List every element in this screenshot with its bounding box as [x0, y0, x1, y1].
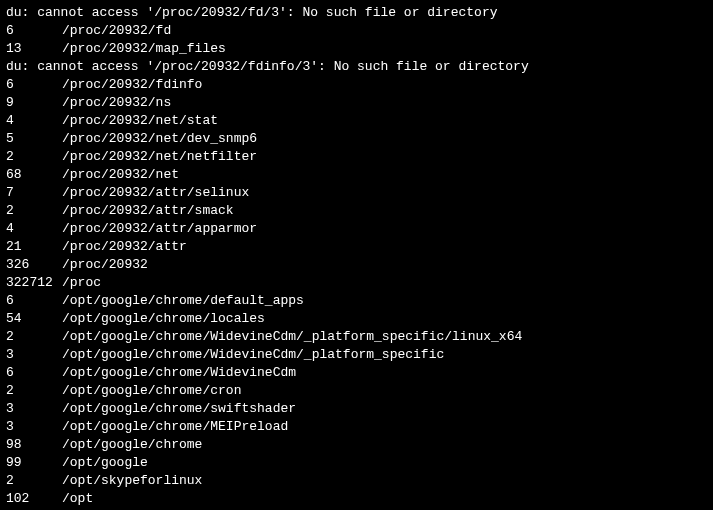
- error-text: du: cannot access '/proc/20932/fdinfo/3'…: [6, 59, 529, 74]
- du-output-line: 6/opt/google/chrome/WidevineCdm: [6, 364, 707, 382]
- size-value: 13: [6, 40, 62, 58]
- du-output-line: 7/proc/20932/attr/selinux: [6, 184, 707, 202]
- path-value: /proc/20932/ns: [62, 94, 171, 112]
- size-value: 98: [6, 436, 62, 454]
- path-value: /proc/20932/fd: [62, 22, 171, 40]
- path-value: /proc/20932/attr: [62, 238, 187, 256]
- size-value: 2: [6, 328, 62, 346]
- du-output-line: 4/proc/20932/attr/apparmor: [6, 220, 707, 238]
- size-value: 7: [6, 184, 62, 202]
- du-output-line: 2/proc/20932/net/netfilter: [6, 148, 707, 166]
- size-value: 3: [6, 346, 62, 364]
- du-output-line: 2/opt/google/chrome/cron: [6, 382, 707, 400]
- path-value: /opt/google/chrome/WidevineCdm/_platform…: [62, 328, 522, 346]
- du-output-line: 2/opt/skypeforlinux: [6, 472, 707, 490]
- path-value: /opt/google/chrome/WidevineCdm: [62, 364, 296, 382]
- path-value: /opt/skypeforlinux: [62, 472, 202, 490]
- du-output-line: 13/proc/20932/map_files: [6, 40, 707, 58]
- path-value: /opt/google/chrome: [62, 436, 202, 454]
- error-text: du: cannot access '/proc/20932/fd/3': No…: [6, 5, 497, 20]
- size-value: 54: [6, 310, 62, 328]
- du-output-line: 102/opt: [6, 490, 707, 508]
- size-value: 5: [6, 130, 62, 148]
- size-value: 3: [6, 418, 62, 436]
- du-error-line: du: cannot access '/proc/20932/fd/3': No…: [6, 4, 707, 22]
- du-output-line: 4/proc/20932/net/stat: [6, 112, 707, 130]
- size-value: 99: [6, 454, 62, 472]
- path-value: /proc/20932/fdinfo: [62, 76, 202, 94]
- size-value: 4: [6, 220, 62, 238]
- path-value: /opt: [62, 490, 93, 508]
- size-value: 2: [6, 202, 62, 220]
- du-output-line: 99/opt/google: [6, 454, 707, 472]
- du-output-line: 68/proc/20932/net: [6, 166, 707, 184]
- size-value: 6: [6, 76, 62, 94]
- size-value: 2: [6, 148, 62, 166]
- du-output-line: 21/proc/20932/attr: [6, 238, 707, 256]
- du-output-line: 5/proc/20932/net/dev_snmp6: [6, 130, 707, 148]
- path-value: /proc/20932/attr/selinux: [62, 184, 249, 202]
- path-value: /opt/google/chrome/WidevineCdm/_platform…: [62, 346, 444, 364]
- path-value: /proc/20932/net: [62, 166, 179, 184]
- size-value: 68: [6, 166, 62, 184]
- path-value: /opt/google/chrome/swiftshader: [62, 400, 296, 418]
- size-value: 102: [6, 490, 62, 508]
- path-value: /proc/20932/net/stat: [62, 112, 218, 130]
- path-value: /opt/google: [62, 454, 148, 472]
- du-output-line: 322712/proc: [6, 274, 707, 292]
- size-value: 4: [6, 112, 62, 130]
- du-output-line: 54/opt/google/chrome/locales: [6, 310, 707, 328]
- size-value: 9: [6, 94, 62, 112]
- path-value: /proc/20932: [62, 256, 148, 274]
- size-value: 6: [6, 22, 62, 40]
- du-output-line: 9/proc/20932/ns: [6, 94, 707, 112]
- size-value: 2: [6, 472, 62, 490]
- size-value: 322712: [6, 274, 62, 292]
- path-value: /opt/google/chrome/default_apps: [62, 292, 304, 310]
- size-value: 2: [6, 382, 62, 400]
- du-error-line: du: cannot access '/proc/20932/fdinfo/3'…: [6, 58, 707, 76]
- path-value: /proc/20932/attr/apparmor: [62, 220, 257, 238]
- du-output-line: 3/opt/google/chrome/WidevineCdm/_platfor…: [6, 346, 707, 364]
- path-value: /opt/google/chrome/cron: [62, 382, 241, 400]
- size-value: 326: [6, 256, 62, 274]
- path-value: /proc/20932/net/netfilter: [62, 148, 257, 166]
- path-value: /proc/20932/map_files: [62, 40, 226, 58]
- size-value: 6: [6, 292, 62, 310]
- size-value: 3: [6, 400, 62, 418]
- du-output-line: 6/proc/20932/fd: [6, 22, 707, 40]
- size-value: 6: [6, 364, 62, 382]
- du-output-line: 6/opt/google/chrome/default_apps: [6, 292, 707, 310]
- path-value: /proc/20932/net/dev_snmp6: [62, 130, 257, 148]
- path-value: /opt/google/chrome/locales: [62, 310, 265, 328]
- du-output-line: 98/opt/google/chrome: [6, 436, 707, 454]
- du-output-line: 3/opt/google/chrome/swiftshader: [6, 400, 707, 418]
- du-output-line: 326/proc/20932: [6, 256, 707, 274]
- size-value: 21: [6, 238, 62, 256]
- du-output-line: 2/opt/google/chrome/WidevineCdm/_platfor…: [6, 328, 707, 346]
- du-output-line: 3/opt/google/chrome/MEIPreload: [6, 418, 707, 436]
- du-output-line: 2/proc/20932/attr/smack: [6, 202, 707, 220]
- du-output-line: 6/proc/20932/fdinfo: [6, 76, 707, 94]
- path-value: /proc: [62, 274, 101, 292]
- path-value: /proc/20932/attr/smack: [62, 202, 234, 220]
- terminal-output: du: cannot access '/proc/20932/fd/3': No…: [6, 4, 707, 510]
- path-value: /opt/google/chrome/MEIPreload: [62, 418, 288, 436]
